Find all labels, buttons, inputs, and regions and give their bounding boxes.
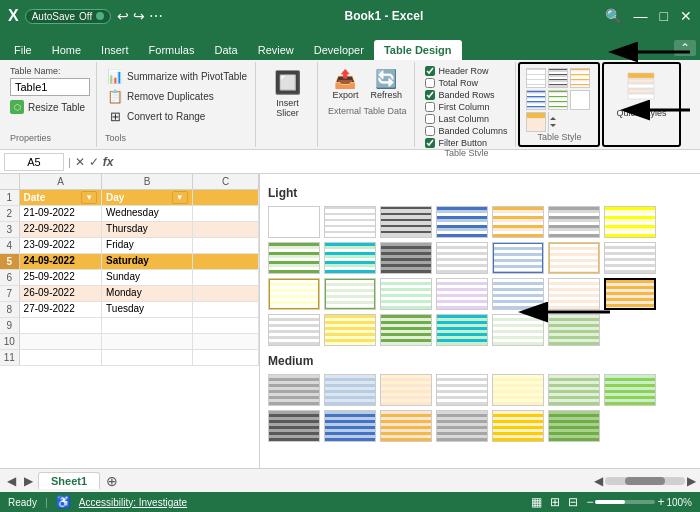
horizontal-scrollbar[interactable] [605, 477, 685, 485]
style-item[interactable] [492, 242, 544, 274]
header-row-checkbox[interactable] [425, 66, 435, 76]
tab-data[interactable]: Data [204, 40, 247, 60]
cell-a10[interactable] [20, 334, 103, 349]
tab-file[interactable]: File [4, 40, 42, 60]
cell-b5[interactable]: Saturday [102, 254, 193, 269]
formula-input[interactable] [118, 156, 696, 168]
style-item[interactable] [548, 314, 600, 346]
style-item[interactable] [492, 314, 544, 346]
cell-a1[interactable]: Date ▼ [20, 190, 103, 205]
cell-b6[interactable]: Sunday [102, 270, 193, 285]
zoom-in-btn[interactable]: + [657, 495, 664, 509]
filter-btn-checkbox[interactable] [425, 138, 435, 148]
style-item[interactable] [492, 410, 544, 442]
style-item[interactable] [324, 410, 376, 442]
cell-c10[interactable] [193, 334, 259, 349]
cell-c4[interactable] [193, 238, 259, 253]
style-item[interactable] [436, 314, 488, 346]
more-btn[interactable]: ⋯ [149, 8, 163, 24]
cell-reference[interactable] [4, 153, 64, 171]
table-name-input[interactable] [10, 78, 90, 96]
convert-to-range-btn[interactable]: ⊞ Convert to Range [105, 106, 249, 126]
sheet-nav-prev[interactable]: ◀ [4, 474, 19, 488]
cell-a5[interactable]: 24-09-2022 [20, 254, 103, 269]
insert-slicer-btn[interactable]: 🔲 InsertSlicer [268, 66, 307, 122]
scroll-left-btn[interactable]: ◀ [594, 474, 603, 488]
refresh-btn[interactable]: 🔄 Refresh [366, 66, 406, 102]
style-item[interactable] [436, 206, 488, 238]
undo-btn[interactable]: ↩ [117, 8, 129, 24]
cell-b8[interactable]: Tuesday [102, 302, 193, 317]
cell-a11[interactable] [20, 350, 103, 365]
cell-c2[interactable] [193, 206, 259, 221]
cell-b9[interactable] [102, 318, 193, 333]
cell-b3[interactable]: Thursday [102, 222, 193, 237]
export-btn[interactable]: 📤 Export [328, 66, 362, 102]
redo-btn[interactable]: ↪ [133, 8, 145, 24]
last-col-check[interactable]: Last Column [425, 114, 507, 124]
col-header-c[interactable]: C [193, 174, 259, 189]
style-item[interactable] [604, 206, 656, 238]
first-col-checkbox[interactable] [425, 102, 435, 112]
total-row-checkbox[interactable] [425, 78, 435, 88]
maximize-btn[interactable]: □ [660, 8, 668, 24]
style-item[interactable] [380, 374, 432, 406]
filter-btn-check[interactable]: Filter Button [425, 138, 507, 148]
cell-a2[interactable]: 21-09-2022 [20, 206, 103, 221]
remove-duplicates-btn[interactable]: 📋 Remove Duplicates [105, 86, 249, 106]
cancel-formula-icon[interactable]: ✕ [75, 155, 85, 169]
style-item[interactable] [324, 242, 376, 274]
cell-b11[interactable] [102, 350, 193, 365]
cell-b7[interactable]: Monday [102, 286, 193, 301]
banded-rows-checkbox[interactable] [425, 90, 435, 100]
style-item[interactable] [436, 374, 488, 406]
tab-developer[interactable]: Developer [304, 40, 374, 60]
close-btn[interactable]: ✕ [680, 8, 692, 24]
minimize-btn[interactable]: — [634, 8, 648, 24]
style-item[interactable] [268, 410, 320, 442]
style-item[interactable] [380, 314, 432, 346]
cell-b2[interactable]: Wednesday [102, 206, 193, 221]
add-sheet-btn[interactable]: ⊕ [102, 473, 122, 489]
style-item[interactable] [380, 278, 432, 310]
cell-c1[interactable] [193, 190, 259, 205]
style-item[interactable] [268, 206, 320, 238]
style-item[interactable] [324, 314, 376, 346]
cell-a6[interactable]: 25-09-2022 [20, 270, 103, 285]
style-item[interactable] [548, 374, 600, 406]
summarize-pivot-btn[interactable]: 📊 Summarize with PivotTable [105, 66, 249, 86]
zoom-out-btn[interactable]: − [586, 495, 593, 509]
tab-table-design[interactable]: Table Design [374, 40, 462, 60]
style-item[interactable] [268, 314, 320, 346]
confirm-formula-icon[interactable]: ✓ [89, 155, 99, 169]
cell-a4[interactable]: 23-09-2022 [20, 238, 103, 253]
quick-styles-btn[interactable]: Quick Styles [610, 68, 672, 122]
cell-b10[interactable] [102, 334, 193, 349]
first-col-check[interactable]: First Column [425, 102, 507, 112]
sheet-tab-sheet1[interactable]: Sheet1 [38, 472, 100, 489]
style-item[interactable] [492, 206, 544, 238]
style-item[interactable] [548, 278, 600, 310]
style-item[interactable] [380, 410, 432, 442]
style-item[interactable] [380, 242, 432, 274]
resize-table-btn[interactable]: ⬡ Resize Table [10, 100, 90, 114]
cell-a8[interactable]: 27-09-2022 [20, 302, 103, 317]
banded-rows-check[interactable]: Banded Rows [425, 90, 507, 100]
cell-c8[interactable] [193, 302, 259, 317]
sheet-nav-next[interactable]: ▶ [21, 474, 36, 488]
style-item[interactable] [324, 374, 376, 406]
style-item[interactable] [604, 374, 656, 406]
normal-view-btn[interactable]: ▦ [531, 495, 542, 509]
col-header-b[interactable]: B [102, 174, 193, 189]
style-item[interactable] [548, 410, 600, 442]
style-item[interactable] [436, 278, 488, 310]
header-row-check[interactable]: Header Row [425, 66, 507, 76]
cell-b1[interactable]: Day ▼ [102, 190, 193, 205]
total-row-check[interactable]: Total Row [425, 78, 507, 88]
cell-a9[interactable] [20, 318, 103, 333]
style-item[interactable] [604, 242, 656, 274]
page-break-btn[interactable]: ⊟ [568, 495, 578, 509]
page-layout-btn[interactable]: ⊞ [550, 495, 560, 509]
style-item[interactable] [268, 242, 320, 274]
cell-a7[interactable]: 26-09-2022 [20, 286, 103, 301]
